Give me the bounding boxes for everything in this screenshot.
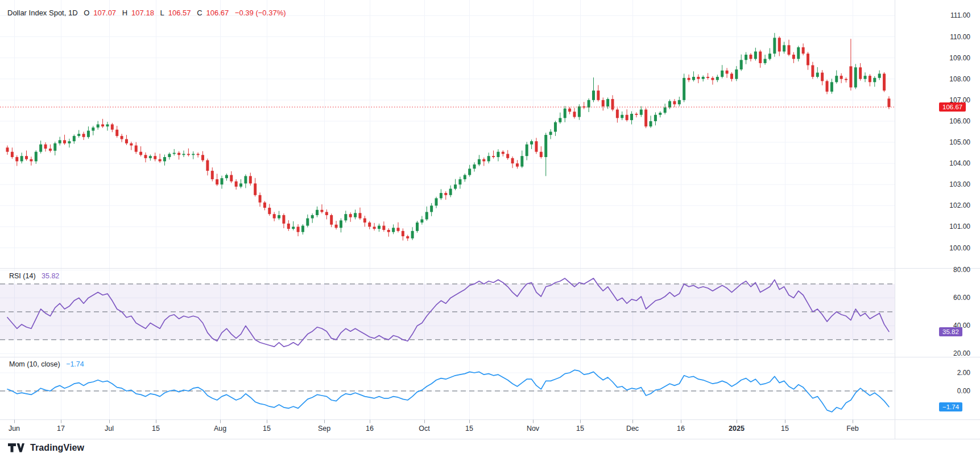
- candle-body: [97, 125, 100, 128]
- candle-body: [87, 131, 90, 137]
- low-label: L: [160, 9, 164, 17]
- axis-price-label: 100.00: [938, 244, 970, 252]
- candle-body: [530, 141, 533, 145]
- change-value: −0.39 (−0.37%): [235, 9, 286, 17]
- candle-body: [420, 219, 423, 223]
- candle-body: [773, 38, 776, 53]
- close-label: C: [197, 9, 202, 17]
- candle-body: [68, 141, 71, 143]
- candle-body: [225, 175, 228, 179]
- low-value: 106.57: [168, 9, 191, 17]
- rsi-label: RSI (14): [9, 272, 36, 280]
- candle-body: [411, 231, 414, 238]
- high-label: H: [122, 9, 127, 17]
- candle-body: [396, 228, 399, 231]
- symbol-legend[interactable]: Dollar Index Spot, 1D O107.07 H107.18 L1…: [7, 9, 290, 17]
- candle-body: [139, 152, 142, 155]
- candle-body: [278, 215, 280, 219]
- candle-body: [864, 76, 867, 79]
- chart-container: Dollar Index Spot, 1D O107.07 H107.18 L1…: [0, 0, 980, 457]
- candle-body: [320, 210, 323, 212]
- time-axis-label: 15: [152, 425, 160, 433]
- candle-body: [287, 224, 290, 229]
- candle-body: [668, 101, 671, 108]
- candle-body: [811, 65, 814, 77]
- candle-body: [35, 152, 38, 162]
- candle-body: [458, 179, 461, 184]
- candle-body: [611, 99, 614, 110]
- candle-body: [597, 90, 599, 100]
- candle-body: [387, 230, 390, 232]
- rsi-legend[interactable]: RSI (14) 35.82: [9, 272, 63, 280]
- candle-body: [349, 214, 352, 217]
- candle-body: [616, 110, 619, 118]
- candle-body: [392, 228, 395, 232]
- candle-body: [239, 183, 242, 187]
- mom-legend[interactable]: Mom (10, close) −1.74: [9, 360, 88, 368]
- tradingview-logo[interactable]: TradingView: [8, 443, 84, 453]
- candle-body: [468, 168, 471, 175]
- candle-body: [325, 212, 328, 215]
- candle-body: [106, 125, 109, 127]
- time-axis-label: 15: [465, 425, 473, 433]
- candle-body: [683, 78, 685, 100]
- axis-price-label: 101.00: [938, 223, 970, 230]
- candle-body: [235, 182, 238, 187]
- time-axis-label: 2025: [729, 425, 745, 433]
- candle-body: [482, 159, 485, 162]
- candle-body: [644, 110, 647, 127]
- time-axis-label: 16: [677, 425, 685, 433]
- high-value: 107.18: [131, 9, 154, 17]
- candle-body: [163, 157, 166, 161]
- candle-body: [502, 152, 505, 154]
- candle-body: [821, 73, 824, 81]
- candle-body: [77, 134, 80, 136]
- candle-body: [745, 55, 747, 60]
- axis-price-label: 106.00: [938, 117, 970, 125]
- candle-body: [635, 114, 638, 115]
- chart-canvas[interactable]: [0, 0, 980, 457]
- mom-label: Mom (10, close): [9, 360, 60, 368]
- candle-body: [464, 175, 466, 179]
- candle-body: [177, 153, 180, 155]
- axis-price-label: 102.00: [938, 201, 970, 209]
- candle-body: [330, 215, 333, 225]
- candle-body: [711, 78, 714, 80]
- candle-body: [726, 71, 729, 74]
- time-axis-label: Oct: [419, 425, 429, 433]
- candle-body: [511, 158, 514, 163]
- candle-body: [130, 143, 133, 146]
- open-label: O: [84, 9, 89, 17]
- candle-body: [835, 76, 838, 82]
- candle-body: [702, 77, 705, 79]
- candle-body: [244, 176, 247, 183]
- candle-body: [173, 153, 176, 154]
- candle-body: [378, 226, 381, 229]
- candle-body: [568, 109, 571, 112]
- candle-body: [221, 178, 224, 184]
- mom-value: −1.74: [66, 360, 84, 368]
- time-axis-label: 15: [576, 425, 584, 433]
- candle-body: [826, 81, 829, 92]
- candle-body: [382, 226, 385, 230]
- candle-body: [878, 73, 881, 77]
- candle-body: [540, 152, 543, 157]
- time-axis-label: Dec: [626, 425, 639, 433]
- candle-body: [592, 90, 595, 100]
- time-axis-label: Feb: [846, 425, 859, 433]
- candle-body: [506, 154, 509, 158]
- candle-body: [578, 106, 581, 117]
- candle-body: [440, 193, 443, 198]
- candle-body: [840, 76, 843, 79]
- candle-body: [11, 152, 14, 157]
- candle-body: [144, 155, 147, 158]
- open-value: 107.07: [93, 9, 116, 17]
- candle-body: [273, 214, 276, 218]
- axis-price-label: 105.00: [938, 138, 970, 146]
- candle-body: [721, 71, 723, 77]
- candle-body: [740, 60, 743, 69]
- candle-body: [53, 143, 56, 151]
- axis-price-label: 109.00: [938, 54, 970, 62]
- candle-body: [59, 140, 61, 143]
- time-axis-label: 17: [57, 425, 65, 433]
